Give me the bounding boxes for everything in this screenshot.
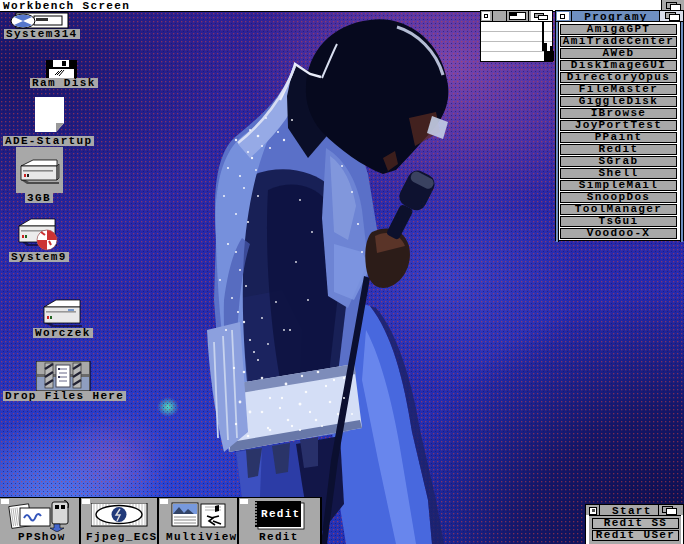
- svg-text:Redit: Redit: [261, 508, 301, 520]
